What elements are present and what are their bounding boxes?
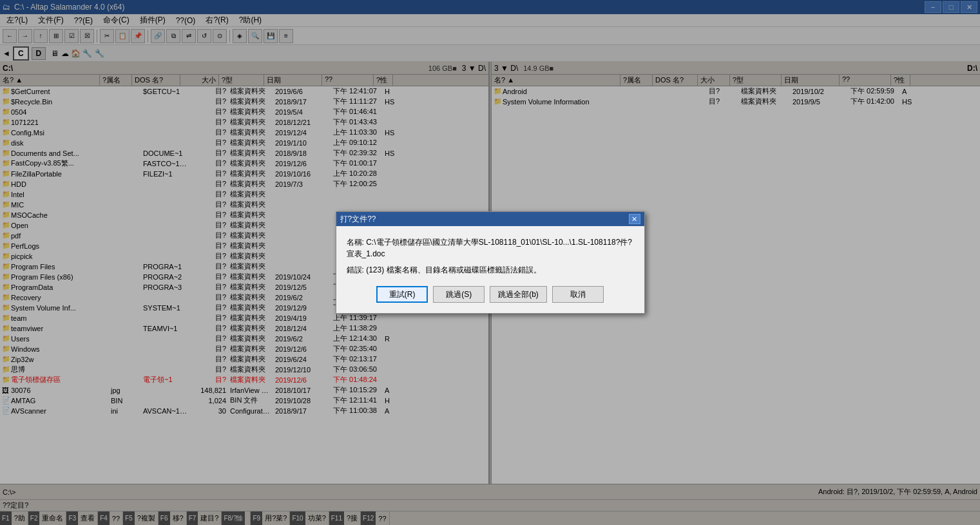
dialog-name-value: C:\電子領標儲存區\國立清華大學SL-108118_01\01\SL-10..… bbox=[347, 238, 633, 258]
dialog-skip-button[interactable]: 跳過(S) bbox=[433, 286, 485, 303]
dialog: 打?文件?? ✕ 名稱: C:\電子領標儲存區\國立清華大學SL-108118_… bbox=[336, 211, 645, 314]
dialog-buttons: 重試(R) 跳過(S) 跳過全部(b) 取消 bbox=[347, 286, 634, 303]
dialog-body: 名稱: C:\電子領標儲存區\國立清華大學SL-108118_01\01\SL-… bbox=[336, 226, 644, 313]
dialog-title: 打?文件?? bbox=[340, 214, 376, 225]
dialog-cancel-button[interactable]: 取消 bbox=[552, 286, 604, 303]
dialog-retry-button[interactable]: 重試(R) bbox=[376, 286, 428, 303]
dialog-name-label: 名稱: bbox=[347, 238, 367, 247]
dialog-close-button[interactable]: ✕ bbox=[629, 214, 640, 224]
dialog-error: 錯誤: (123) 檔案名稱、目錄名稱或磁碟區標籤語法錯誤。 bbox=[347, 265, 634, 276]
dialog-titlebar: 打?文件?? ✕ bbox=[336, 212, 644, 226]
dialog-skipall-button[interactable]: 跳過全部(b) bbox=[490, 286, 547, 303]
dialog-name: 名稱: C:\電子領標儲存區\國立清華大學SL-108118_01\01\SL-… bbox=[347, 236, 634, 260]
dialog-overlay: 打?文件?? ✕ 名稱: C:\電子領標儲存區\國立清華大學SL-108118_… bbox=[0, 0, 980, 525]
